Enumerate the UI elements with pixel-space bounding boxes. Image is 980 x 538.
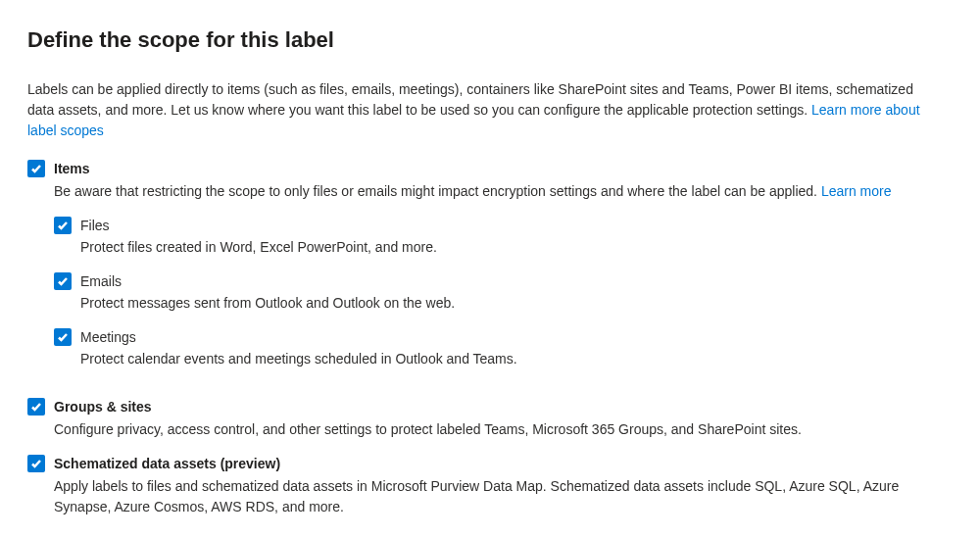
files-checkbox[interactable]	[54, 217, 72, 234]
items-learn-more-link[interactable]: Learn more	[821, 183, 892, 199]
schematized-description: Apply labels to files and schematized da…	[54, 476, 941, 517]
groups-description: Configure privacy, access control, and o…	[54, 419, 941, 440]
groups-label: Groups & sites	[54, 397, 953, 417]
checkmark-icon	[57, 331, 69, 343]
emails-checkbox[interactable]	[54, 272, 72, 290]
schematized-checkbox[interactable]	[27, 455, 45, 472]
items-desc-text: Be aware that restricting the scope to o…	[54, 183, 821, 199]
checkmark-icon	[30, 401, 42, 413]
items-description: Be aware that restricting the scope to o…	[54, 181, 941, 202]
items-checkbox[interactable]	[27, 160, 45, 177]
emails-description: Protect messages sent from Outlook and O…	[80, 293, 455, 314]
scope-schematized-row: Schematized data assets (preview) Apply …	[27, 454, 953, 517]
files-description: Protect files created in Word, Excel Pow…	[80, 237, 437, 258]
scope-files-row: Files Protect files created in Word, Exc…	[54, 216, 953, 258]
scope-emails-row: Emails Protect messages sent from Outloo…	[54, 271, 953, 314]
checkmark-icon	[57, 275, 69, 287]
scope-groups-row: Groups & sites Configure privacy, access…	[27, 397, 953, 440]
scope-meetings-row: Meetings Protect calendar events and mee…	[54, 327, 953, 369]
checkmark-icon	[57, 220, 69, 231]
files-label: Files	[80, 216, 437, 236]
meetings-label: Meetings	[80, 327, 517, 348]
meetings-description: Protect calendar events and meetings sch…	[80, 349, 517, 369]
checkmark-icon	[30, 458, 42, 469]
intro-text: Labels can be applied directly to items …	[27, 81, 913, 118]
checkmark-icon	[30, 163, 42, 174]
scope-items-row: Items Be aware that restricting the scop…	[27, 159, 953, 383]
items-label: Items	[54, 159, 953, 179]
emails-label: Emails	[80, 271, 455, 292]
meetings-checkbox[interactable]	[54, 328, 72, 346]
groups-checkbox[interactable]	[27, 398, 45, 416]
page-title: Define the scope for this label	[27, 24, 953, 56]
intro-paragraph: Labels can be applied directly to items …	[27, 79, 939, 141]
schematized-label: Schematized data assets (preview)	[54, 454, 953, 474]
